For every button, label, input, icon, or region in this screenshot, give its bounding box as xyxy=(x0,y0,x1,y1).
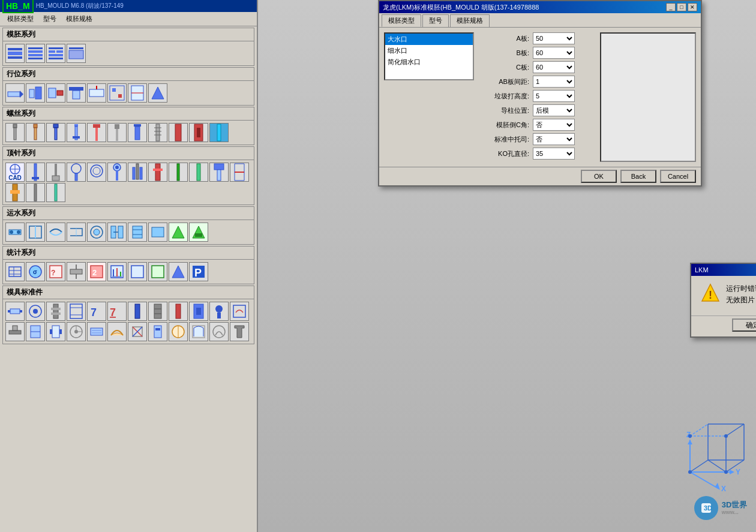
dialog-maximize-btn[interactable]: □ xyxy=(677,3,686,11)
mould-type-item-simple-fine[interactable]: 简化细水口 xyxy=(385,56,473,68)
ejector-icon-4[interactable] xyxy=(87,163,106,182)
row-icon-8[interactable] xyxy=(148,83,167,103)
parts-icon-11[interactable] xyxy=(209,302,229,321)
parts-icon-8[interactable] xyxy=(148,302,167,321)
row-icon-7[interactable] xyxy=(128,83,147,103)
parts-icon-9[interactable] xyxy=(169,302,188,321)
ejector-icon-2[interactable] xyxy=(46,163,65,182)
select-trash-height[interactable]: 5 xyxy=(533,90,575,102)
row-icon-1[interactable] xyxy=(5,83,25,103)
row-icon-2[interactable] xyxy=(26,83,45,103)
parts-icon-21[interactable] xyxy=(169,322,188,341)
parts-icon-19[interactable] xyxy=(128,322,147,341)
parts-icon-23[interactable] xyxy=(209,322,229,341)
water-icon-2[interactable] xyxy=(26,223,45,242)
mould-icon-1[interactable] xyxy=(5,44,25,63)
mould-icon-4[interactable] xyxy=(67,44,86,63)
screw-icon-7[interactable] xyxy=(128,123,147,142)
dialog-close-btn[interactable]: ✕ xyxy=(688,3,697,11)
parts-icon-4[interactable] xyxy=(67,302,86,321)
parts-icon-12[interactable] xyxy=(230,302,249,321)
row-icon-4[interactable] xyxy=(67,83,86,103)
ejector-icon-13[interactable] xyxy=(26,183,45,202)
stats-icon-7[interactable] xyxy=(128,262,147,281)
parts-icon-24[interactable] xyxy=(230,322,249,341)
menu-mould-spec[interactable]: 模胚规格 xyxy=(61,13,97,25)
ejector-icon-11[interactable] xyxy=(230,163,249,182)
screw-icon-1[interactable] xyxy=(5,123,25,142)
parts-icon-22[interactable] xyxy=(189,322,208,341)
water-icon-6[interactable] xyxy=(107,223,127,242)
parts-icon-6[interactable]: 7 xyxy=(107,302,127,321)
water-icon-8[interactable] xyxy=(148,223,167,242)
screw-icon-11[interactable] xyxy=(209,123,229,142)
water-icon-7[interactable] xyxy=(128,223,147,242)
stats-icon-2[interactable]: σ xyxy=(26,262,45,281)
ok-button[interactable]: OK xyxy=(581,170,617,183)
select-c[interactable]: 60 xyxy=(533,61,575,73)
water-icon-9[interactable] xyxy=(169,223,188,242)
select-std-push[interactable]: 否 xyxy=(533,133,575,145)
select-ab-gap[interactable]: 1 xyxy=(533,76,575,88)
mould-type-item-fine-water[interactable]: 细水口 xyxy=(385,45,473,56)
parts-icon-5[interactable]: 7 xyxy=(87,302,106,321)
ejector-icon-3[interactable] xyxy=(67,163,86,182)
ejector-icon-1[interactable] xyxy=(26,163,45,182)
row-icon-6[interactable] xyxy=(107,83,127,103)
screw-icon-8[interactable] xyxy=(148,123,167,142)
stats-icon-8[interactable] xyxy=(148,262,167,281)
parts-icon-7[interactable] xyxy=(128,302,147,321)
parts-icon-10[interactable] xyxy=(189,302,208,321)
select-b[interactable]: 60 xyxy=(533,47,575,59)
ejector-icon-7[interactable] xyxy=(148,163,167,182)
screw-icon-5[interactable] xyxy=(87,123,106,142)
parts-icon-14[interactable] xyxy=(26,322,45,341)
dialog-tab-type[interactable]: 模胚类型 xyxy=(382,14,421,27)
parts-icon-18[interactable] xyxy=(107,322,127,341)
parts-icon-20[interactable] xyxy=(148,322,167,341)
screw-icon-9[interactable] xyxy=(169,123,188,142)
stats-icon-5[interactable]: 2 xyxy=(87,262,106,281)
parts-icon-1[interactable] xyxy=(5,302,25,321)
row-icon-5[interactable] xyxy=(87,83,106,103)
water-icon-3[interactable] xyxy=(46,223,65,242)
stats-icon-6[interactable] xyxy=(107,262,127,281)
screw-icon-2[interactable] xyxy=(26,123,45,142)
select-a[interactable]: 50 xyxy=(533,32,575,44)
stats-icon-3[interactable]: ? xyxy=(46,262,65,281)
menu-mould-type[interactable]: 模胚类型 xyxy=(2,13,38,25)
mould-type-list[interactable]: 大水口 细水口 简化细水口 xyxy=(384,32,474,80)
mould-icon-2[interactable] xyxy=(26,44,45,63)
water-icon-5[interactable] xyxy=(87,223,106,242)
dialog-tab-spec[interactable]: 模胚规格 xyxy=(450,14,490,27)
water-icon-1[interactable] xyxy=(5,223,25,242)
screw-icon-10[interactable] xyxy=(189,123,208,142)
ejector-icon-10[interactable] xyxy=(209,163,229,182)
screw-icon-3[interactable] xyxy=(46,123,65,142)
stats-icon-9[interactable] xyxy=(169,262,188,281)
ejector-icon-12[interactable] xyxy=(5,183,25,202)
confirm-button[interactable]: 确定 xyxy=(732,318,756,332)
water-icon-4[interactable] xyxy=(67,223,86,242)
screw-icon-4[interactable] xyxy=(67,123,86,142)
parts-icon-15[interactable] xyxy=(46,322,65,341)
ejector-icon-14[interactable] xyxy=(46,183,65,202)
parts-icon-17[interactable] xyxy=(87,322,106,341)
ejector-icon-cad[interactable]: CAD xyxy=(5,163,25,182)
select-chamfer[interactable]: 否 xyxy=(533,119,575,131)
cancel-button[interactable]: Cancel xyxy=(660,170,696,183)
parts-icon-16[interactable] xyxy=(67,322,86,341)
ejector-icon-9[interactable] xyxy=(189,163,208,182)
select-ko-dia[interactable]: 35 xyxy=(533,148,575,160)
dialog-minimize-btn[interactable]: _ xyxy=(666,3,676,11)
ejector-icon-6[interactable] xyxy=(128,163,147,182)
mould-type-item-big-water[interactable]: 大水口 xyxy=(385,34,473,45)
parts-icon-2[interactable] xyxy=(26,302,45,321)
dialog-tab-model[interactable]: 型号 xyxy=(422,14,449,27)
ejector-icon-5[interactable] xyxy=(107,163,127,182)
mould-icon-3[interactable] xyxy=(46,44,65,63)
screw-icon-6[interactable] xyxy=(107,123,127,142)
row-icon-3[interactable] xyxy=(46,83,65,103)
ejector-icon-8[interactable] xyxy=(169,163,188,182)
back-button[interactable]: Back xyxy=(620,170,656,183)
